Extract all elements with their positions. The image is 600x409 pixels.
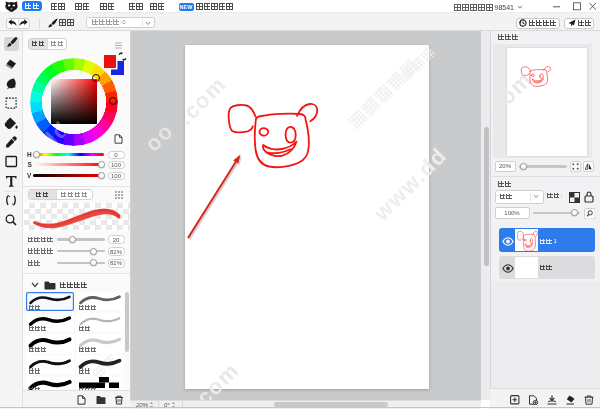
svg-text:oo: oo [140,118,179,157]
svg-text:.com: .com [173,71,231,129]
svg-text:www.dd: www.dd [368,142,452,226]
